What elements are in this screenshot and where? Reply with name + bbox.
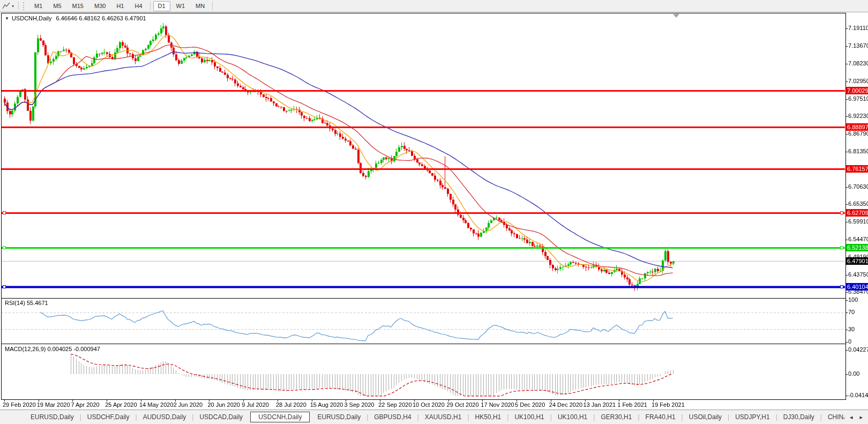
tab-item-USOilDaily[interactable]: USOil,Daily — [683, 412, 728, 422]
hline-price-tag: 6.40104 — [846, 283, 868, 291]
rsi-label: RSI(14) 55.4671 — [5, 300, 48, 306]
price-tick-label: 7.02950 — [848, 78, 868, 84]
rsi-scale-label: 30 — [848, 326, 855, 332]
price-tick-label: 6.65350 — [848, 200, 868, 207]
price-tick-label: 6.70630 — [848, 183, 868, 190]
timeframe-group: M1M5M15M30H1H4D1W1MN — [29, 1, 215, 11]
date-label: 10 Oct 2020 — [413, 401, 445, 408]
tab-item-GER30H1[interactable]: GER30,H1 — [595, 412, 638, 422]
tabs-scroll-left-icon[interactable]: ◂ — [850, 414, 853, 421]
tab-item-USDCADDaily[interactable]: USDCAD,Daily — [193, 412, 249, 422]
tab-item-FRA40H1[interactable]: FRA40,H1 — [640, 412, 682, 422]
tabs-scroll-right-icon[interactable]: ▸ — [859, 414, 863, 421]
date-label: 19 Mar 2020 — [37, 401, 70, 408]
hline-price-tag: 6.88897 — [846, 123, 868, 131]
timeframe-button-M5[interactable]: M5 — [48, 1, 66, 11]
price-tick-label: 6.59910 — [848, 218, 868, 225]
tab-scroll-buttons: ◂ ▸ — [844, 414, 868, 421]
date-label: 9 Jul 2020 — [242, 401, 269, 408]
date-label: 22 Sep 2020 — [378, 401, 411, 408]
price-tick-label: 6.81350 — [848, 148, 868, 154]
price-tick-label: 6.97510 — [848, 95, 868, 102]
chart-tabs: EURUSD,Daily|USDCHF,Daily|AUDUSD,Daily|U… — [0, 412, 844, 422]
date-label: 13 Jan 2021 — [583, 401, 616, 408]
date-label: 17 Nov 2020 — [481, 401, 514, 408]
timeframe-button-D1[interactable]: D1 — [153, 1, 170, 11]
tab-item-UK100H1[interactable]: UK100,H1 — [508, 412, 550, 422]
price-tick-label: 6.43750 — [848, 271, 868, 278]
date-label: 25 Apr 2020 — [105, 401, 137, 408]
date-label: 14 May 2020 — [139, 401, 174, 408]
hline-price-tag: 7.00029 — [846, 87, 868, 94]
tab-item-CHINA300H1[interactable]: CHINA300,H1 — [822, 412, 844, 422]
timeframe-button-M1[interactable]: M1 — [29, 1, 47, 11]
chart-tab-bar: EURUSD,Daily|USDCHF,Daily|AUDUSD,Daily|U… — [0, 410, 868, 424]
tab-item-EURUSDDaily[interactable]: EURUSD,Daily — [25, 412, 80, 422]
price-tick-label: 6.92230 — [848, 113, 868, 119]
chart-title: ▼ USDCNH,Daily 6.46646 6.48162 6.46263 6… — [5, 15, 146, 21]
date-label: 7 Apr 2020 — [71, 401, 99, 408]
date-label: 15 Aug 2020 — [310, 401, 343, 408]
toolbar: ▾ M1M5M15M30H1H4D1W1MN — [0, 0, 868, 12]
price-tick-label: 7.08230 — [848, 60, 868, 66]
timeframe-button-MN[interactable]: MN — [191, 1, 209, 11]
tab-item-UK100H1[interactable]: UK100,H1 — [552, 412, 593, 422]
hline-price-tag: 6.76157 — [846, 165, 868, 173]
tab-item-DJ30Daily[interactable]: DJ30,Daily — [777, 412, 820, 422]
timeframe-button-H1[interactable]: H1 — [111, 1, 129, 11]
toolbar-separator — [150, 2, 151, 10]
toolbar-dropdown-caret-icon[interactable]: ▾ — [12, 4, 14, 9]
macd-label: MACD(12,26,9) 0.004025 -0.000947 — [5, 346, 100, 352]
tab-item-HK50H1[interactable]: HK50,H1 — [469, 412, 507, 422]
date-label: 1 Feb 2021 — [617, 401, 647, 408]
tab-item-USDJPYH1[interactable]: USDJPY,H1 — [729, 412, 775, 422]
macd-scale-label: -0.04148 — [848, 392, 868, 398]
tab-item-AUDUSDDaily[interactable]: AUDUSD,Daily — [137, 412, 192, 422]
macd-scale-label: 0.042275 — [848, 346, 868, 353]
toolbar-grip[interactable] — [23, 2, 26, 10]
macd-scale-label: 0.00 — [848, 370, 859, 377]
rsi-scale-label: 70 — [848, 309, 855, 315]
price-tick-label: 6.54470 — [848, 236, 868, 242]
chart-tool-icon[interactable] — [2, 2, 11, 10]
price-tick-label: 6.86790 — [848, 130, 868, 137]
date-label: 19 Feb 2021 — [652, 401, 685, 408]
date-label: 2 Jun 2020 — [174, 401, 203, 408]
price-tick-label: 7.19110 — [848, 25, 868, 31]
timeframe-button-H4[interactable]: H4 — [130, 1, 147, 11]
timeframe-button-M15[interactable]: M15 — [68, 1, 88, 11]
timeframe-button-W1[interactable]: W1 — [171, 1, 190, 11]
date-label: 29 Feb 2020 — [3, 401, 36, 408]
mt4-window: ▾ M1M5M15M30H1H4D1W1MN ▼ USDCNH,Daily 6.… — [0, 0, 868, 424]
tab-item-GBPUSDH4[interactable]: GBPUSD,H4 — [368, 412, 417, 422]
date-label: 24 Dec 2020 — [549, 401, 582, 408]
toolbar-separator — [212, 2, 213, 10]
date-label: 20 Jun 2020 — [207, 401, 240, 408]
symbol-dropdown-caret-icon[interactable]: ▼ — [5, 16, 9, 21]
date-label: 3 Sep 2020 — [344, 401, 374, 408]
current-price-tag: 6.47901 — [846, 257, 868, 265]
chart-ohlc-values: 6.46646 6.48162 6.46263 6.47901 — [56, 15, 146, 21]
rsi-scale-label: 100 — [848, 296, 858, 303]
tab-item-USDCHFDaily[interactable]: USDCHF,Daily — [81, 412, 136, 422]
tab-item-USDCNHDaily[interactable]: USDCNH,Daily — [250, 412, 310, 422]
price-tick-label: 7.13670 — [848, 42, 868, 49]
tab-item-XAUUSDH1[interactable]: XAUUSD,H1 — [419, 412, 468, 422]
toolbar-separator — [18, 2, 19, 10]
timeframe-button-M30[interactable]: M30 — [89, 1, 110, 11]
hline-price-tag: 6.52138 — [846, 244, 868, 251]
date-label: 5 Dec 2020 — [515, 401, 545, 408]
hline-price-tag: 6.62709 — [846, 209, 868, 217]
chart-canvas[interactable] — [0, 0, 868, 424]
tab-item-EURUSDDaily[interactable]: EURUSD,Daily — [311, 412, 366, 422]
chart-symbol-timeframe: USDCNH,Daily — [12, 15, 52, 21]
rsi-scale-label: 0 — [848, 338, 851, 345]
date-label: 28 Jul 2020 — [276, 401, 306, 408]
date-label: 29 Oct 2020 — [447, 401, 479, 408]
